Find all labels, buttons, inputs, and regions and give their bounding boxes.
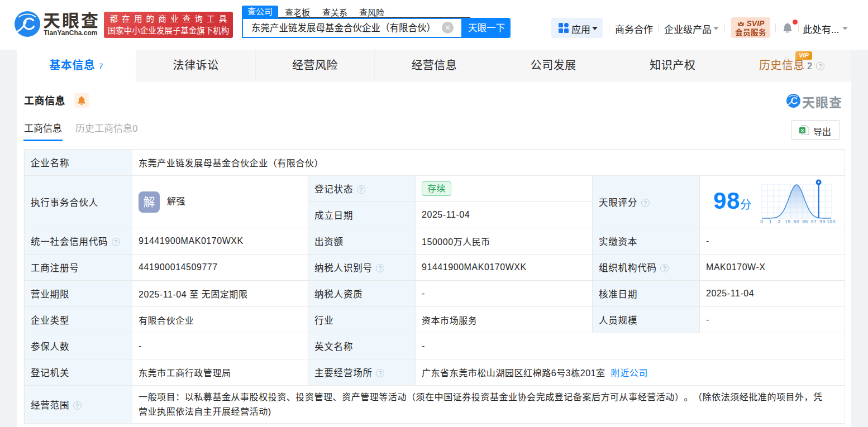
svg-text:1: 1 (769, 219, 772, 224)
svg-text:99: 99 (819, 219, 826, 224)
svg-text:100: 100 (827, 219, 836, 224)
svg-text:0: 0 (760, 219, 763, 224)
svg-text:3: 3 (778, 219, 780, 224)
svg-text:50: 50 (794, 219, 800, 224)
svg-text:15: 15 (785, 219, 791, 224)
svg-text:X: X (800, 128, 804, 133)
svg-text:97: 97 (811, 219, 817, 224)
svg-text:85: 85 (802, 219, 808, 224)
